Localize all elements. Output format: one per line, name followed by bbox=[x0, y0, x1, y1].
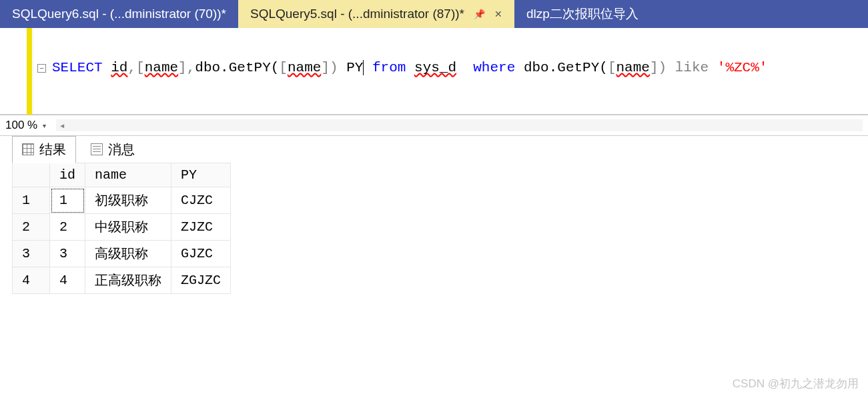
ident-name: name bbox=[145, 60, 178, 75]
row-number[interactable]: 3 bbox=[13, 241, 50, 267]
watermark: CSDN @初九之潜龙勿用 bbox=[733, 376, 859, 391]
fold-icon[interactable]: − bbox=[37, 64, 46, 73]
results-tabstrip: 结果 消息 bbox=[0, 136, 868, 163]
cell-name[interactable]: 高级职称 bbox=[85, 241, 171, 267]
sql-editor[interactable]: − SELECT id,[name],dbo.GetPY([name]) PY … bbox=[0, 28, 868, 115]
header-row: id name PY bbox=[13, 163, 231, 187]
cell-id[interactable]: 2 bbox=[50, 214, 85, 241]
cell-id[interactable]: 3 bbox=[50, 241, 85, 267]
tab-sqlquery5[interactable]: SQLQuery5.sql - (...dministrator (87))* … bbox=[238, 0, 514, 28]
grid-icon bbox=[22, 143, 34, 155]
cell-id[interactable]: 4 bbox=[50, 267, 85, 294]
tab-label: SQLQuery5.sql - (...dministrator (87))* bbox=[250, 7, 464, 21]
header-name[interactable]: name bbox=[85, 163, 171, 187]
table-row[interactable]: 3 3 高级职称 GJZC bbox=[13, 241, 231, 267]
header-id[interactable]: id bbox=[50, 163, 85, 187]
document-tabs: SQLQuery6.sql - (...dministrator (70))* … bbox=[0, 0, 868, 28]
cell-name[interactable]: 正高级职称 bbox=[85, 267, 171, 294]
tab-sqlquery6[interactable]: SQLQuery6.sql - (...dministrator (70))* bbox=[0, 0, 238, 28]
tab-label: dlzp二次报职位导入 bbox=[526, 5, 638, 23]
cell-py[interactable]: CJZC bbox=[171, 187, 231, 214]
results-grid[interactable]: id name PY 1 1 初级职称 CJZC 2 2 中级职称 ZJZC 3… bbox=[12, 163, 231, 294]
tab-results-label: 结果 bbox=[39, 141, 66, 159]
pin-icon[interactable]: 📌 bbox=[474, 9, 485, 19]
tab-results[interactable]: 结果 bbox=[12, 136, 76, 163]
zoom-level: 100 % bbox=[5, 119, 37, 132]
header-py[interactable]: PY bbox=[171, 163, 231, 187]
zoom-dropdown-icon[interactable]: ▾ bbox=[39, 120, 49, 131]
ident-id: id bbox=[111, 60, 127, 75]
ident-sysd: sys_d bbox=[414, 60, 456, 75]
row-number[interactable]: 2 bbox=[13, 214, 50, 241]
sql-code-line[interactable]: SELECT id,[name],dbo.GetPY([name]) PY fr… bbox=[52, 60, 767, 75]
cell-name[interactable]: 初级职称 bbox=[85, 187, 171, 214]
string-literal: '%ZC%' bbox=[717, 60, 768, 75]
row-number[interactable]: 4 bbox=[13, 267, 50, 294]
tab-messages-label: 消息 bbox=[108, 141, 135, 159]
header-rownum[interactable] bbox=[13, 163, 50, 187]
tab-dlzp[interactable]: dlzp二次报职位导入 bbox=[514, 0, 650, 28]
cell-id[interactable]: 1 bbox=[50, 187, 85, 214]
cell-py[interactable]: ZGJZC bbox=[171, 267, 231, 294]
table-row[interactable]: 1 1 初级职称 CJZC bbox=[13, 187, 231, 214]
table-row[interactable]: 4 4 正高级职称 ZGJZC bbox=[13, 267, 231, 294]
tab-label: SQLQuery6.sql - (...dministrator (70))* bbox=[12, 7, 226, 21]
cell-py[interactable]: GJZC bbox=[171, 241, 231, 267]
horizontal-scrollbar[interactable]: ◄ bbox=[56, 119, 863, 131]
row-number[interactable]: 1 bbox=[13, 187, 50, 214]
cell-name[interactable]: 中级职称 bbox=[85, 214, 171, 241]
keyword-select: SELECT bbox=[52, 60, 103, 75]
tab-messages[interactable]: 消息 bbox=[81, 137, 144, 163]
messages-icon bbox=[91, 143, 103, 155]
cell-py[interactable]: ZJZC bbox=[171, 214, 231, 241]
scroll-left-icon[interactable]: ◄ bbox=[56, 119, 68, 131]
table-row[interactable]: 2 2 中级职称 ZJZC bbox=[13, 214, 231, 241]
change-indicator bbox=[27, 28, 32, 115]
zoom-bar: 100 % ▾ ◄ bbox=[0, 115, 868, 136]
close-icon[interactable]: ✕ bbox=[494, 9, 502, 19]
